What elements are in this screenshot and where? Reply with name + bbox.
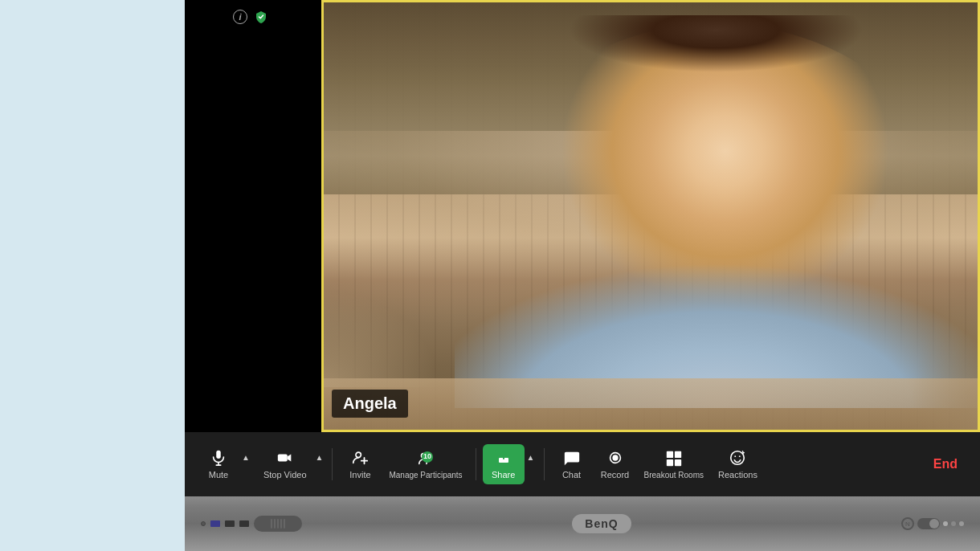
- mute-group: Mute ▲: [198, 444, 252, 484]
- record-label: Record: [601, 470, 629, 480]
- svg-rect-0: [216, 451, 221, 459]
- port-usb1: [210, 520, 220, 527]
- end-button[interactable]: End: [924, 451, 967, 478]
- stop-video-group: Stop Video ▲: [257, 444, 326, 484]
- svg-point-18: [739, 455, 741, 457]
- svg-rect-14: [667, 459, 673, 465]
- chair-right: [880, 173, 978, 430]
- base-left-controls: [201, 516, 302, 532]
- share-group: Share ▲: [483, 444, 537, 484]
- record-button[interactable]: Record: [594, 444, 636, 484]
- port-usb3: [239, 520, 249, 527]
- breakout-rooms-button[interactable]: Breakout Rooms: [638, 445, 710, 484]
- invite-button[interactable]: Invite: [339, 444, 381, 484]
- separator-3: [544, 448, 545, 480]
- end-label: End: [933, 457, 958, 471]
- invite-label: Invite: [349, 470, 370, 480]
- mute-label: Mute: [209, 470, 228, 480]
- base-right-controls: N: [901, 517, 964, 530]
- reactions-button[interactable]: Reactions: [712, 444, 764, 484]
- record-icon: [606, 449, 624, 467]
- power-dot: [201, 521, 206, 526]
- microphone-icon: [210, 449, 227, 467]
- toggle-knob: [929, 519, 939, 529]
- svg-rect-3: [278, 454, 288, 461]
- main-video: Angela: [321, 0, 980, 432]
- monitor-base: BenQ N: [185, 496, 980, 551]
- monitor: i: [185, 0, 980, 551]
- toggle-area[interactable]: [917, 518, 940, 529]
- share-chevron[interactable]: ▲: [525, 450, 537, 465]
- separator-1: [332, 448, 333, 480]
- mute-chevron[interactable]: ▲: [239, 450, 252, 465]
- manage-participants-button[interactable]: 10 Manage Participants: [382, 445, 468, 484]
- chair-left: [324, 216, 488, 387]
- share-button[interactable]: Share: [483, 444, 525, 484]
- invite-icon: [351, 449, 369, 467]
- person-hair: [507, 15, 925, 165]
- benq-logo-pill: BenQ: [572, 514, 631, 533]
- toolbar: Mute ▲ Stop Video: [185, 432, 980, 496]
- svg-point-17: [735, 455, 737, 457]
- body: i: [0, 0, 980, 551]
- svg-rect-12: [667, 451, 673, 457]
- svg-point-4: [356, 452, 361, 457]
- black-panel: i: [185, 0, 321, 432]
- participant-name-label: Angela: [332, 390, 408, 418]
- svg-rect-13: [675, 451, 681, 457]
- nfc-area: N: [901, 517, 914, 530]
- participant-name-text: Angela: [343, 394, 397, 412]
- reactions-icon: [729, 449, 746, 467]
- share-icon: [495, 449, 512, 467]
- shield-icon: [254, 10, 268, 24]
- badge-count: 10: [423, 453, 431, 460]
- mute-button[interactable]: Mute: [198, 444, 239, 484]
- monitor-screen: i: [185, 0, 980, 496]
- breakout-rooms-icon: [665, 450, 683, 467]
- led-dot1: [943, 521, 948, 526]
- svg-point-11: [612, 455, 618, 460]
- separator-2: [476, 448, 476, 480]
- top-icons: i: [233, 10, 268, 24]
- svg-rect-15: [675, 459, 681, 465]
- video-area: i: [185, 0, 980, 432]
- speaker-grille: [254, 516, 302, 532]
- manage-participants-label: Manage Participants: [389, 471, 462, 480]
- stop-video-button[interactable]: Stop Video: [257, 444, 313, 484]
- led-dot2: [951, 521, 956, 526]
- reactions-label: Reactions: [718, 470, 757, 480]
- video-chevron[interactable]: ▲: [313, 450, 326, 465]
- led-dot3: [959, 521, 964, 526]
- video-camera-icon: [276, 449, 294, 467]
- info-icon: i: [233, 10, 247, 24]
- participants-icon: 10: [417, 450, 435, 467]
- chat-button[interactable]: Chat: [551, 444, 593, 484]
- share-label: Share: [492, 470, 515, 480]
- stop-video-label: Stop Video: [263, 470, 307, 480]
- chat-label: Chat: [562, 470, 581, 480]
- chat-icon: [563, 449, 581, 467]
- breakout-rooms-label: Breakout Rooms: [644, 471, 704, 480]
- port-usb2: [225, 520, 235, 527]
- participants-badge: 10: [422, 451, 433, 463]
- brand-name: BenQ: [585, 517, 618, 530]
